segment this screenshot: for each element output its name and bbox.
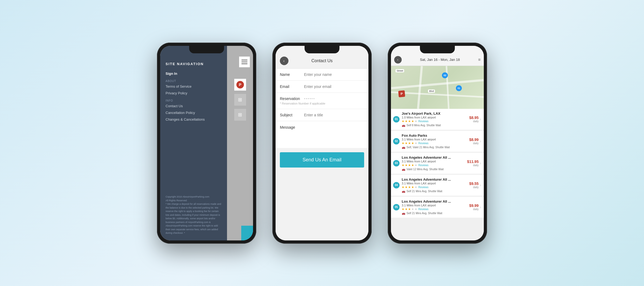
email-label: Email (280, 84, 304, 89)
reviews-link[interactable]: Reviews (418, 164, 429, 167)
result-distance: 1.0 Miles from LAX airport (402, 116, 469, 119)
map-label-street2: Blvd (428, 90, 435, 93)
result-item-2[interactable]: 02 Fox Auto Parks 3.1 Miles from LAX air… (391, 131, 484, 152)
price-unit: daily (469, 120, 479, 123)
result-info: Los Angeles Adventurer All ... 3.1 Miles… (402, 177, 469, 193)
result-item-5[interactable]: 05 Los Angeles Adventurer All ... 3.1 Mi… (391, 197, 484, 218)
contact-screen: ‹ Contact Us Name Email Reservation ••••… (276, 46, 368, 240)
filter-icon[interactable]: ≡ (478, 57, 481, 62)
result-item-1[interactable]: 01 Joe's Airport Park, LAX 1.0 Miles fro… (391, 109, 484, 130)
result-name: Los Angeles Adventurer All ... (402, 199, 469, 203)
star-full: ★ (402, 142, 404, 145)
result-tags: 🚗 Self 21 Mins Avg. Shuttle Wait (402, 190, 469, 193)
result-stars: ★★★★★ Reviews (402, 185, 469, 189)
star-full: ★ (408, 164, 411, 167)
map-area: 02 01 P Street Blvd (391, 66, 484, 109)
map-pin-01: 01 (456, 85, 462, 91)
nav-sign-in[interactable]: Sign In (166, 70, 222, 77)
star-empty: ★ (415, 120, 417, 123)
car-icon: 🚗 (402, 168, 405, 171)
name-row: Name (276, 69, 368, 81)
notch-2 (305, 46, 339, 53)
nav-privacy[interactable]: Privacy Policy (166, 90, 222, 96)
name-label: Name (280, 72, 304, 77)
result-tag-text: Self, Valet 21 Mins Avg. Shuttle Wait (407, 146, 450, 149)
star-full: ★ (405, 142, 408, 145)
result-tag-text: Self 8 Mins Avg. Shuttle Wait (407, 124, 441, 127)
contact-title: Contact Us (311, 58, 332, 63)
hamburger-line-3 (241, 64, 247, 64)
price-value: $9.55 (469, 181, 479, 186)
result-tag-text: Self 21 Mins Avg. Shuttle Wait (407, 190, 442, 193)
chevron-right-icon: › (480, 139, 481, 144)
result-item-4[interactable]: 04 Los Angeles Adventurer All ... 3.1 Mi… (391, 175, 484, 196)
reviews-link[interactable]: Reviews (418, 208, 429, 211)
back-chevron-icon: ‹ (283, 59, 285, 63)
map-label-street1: Street (396, 69, 404, 72)
result-tags: 🚗 Valet 12 Mins Avg. Shuttle Wait (402, 168, 467, 171)
notch-1 (189, 46, 224, 53)
calendar-icon-2: ⊞ (234, 109, 246, 121)
nav-contact[interactable]: Contact Us (166, 103, 222, 109)
result-distance: 3.1 Miles from LAX airport (402, 138, 469, 141)
phone-3: ‹ Sat, Jan 16 - Mon, Jan 18 ≡ 02 01 P St… (388, 43, 487, 244)
reviews-link[interactable]: Reviews (418, 120, 429, 123)
star-full: ★ (405, 164, 408, 167)
results-list: 01 Joe's Airport Park, LAX 1.0 Miles fro… (391, 109, 484, 240)
reservation-mask: •••••• (304, 96, 315, 101)
star-full: ★ (408, 185, 411, 189)
star-empty: ★ (415, 142, 417, 145)
car-icon: 🚗 (402, 211, 405, 215)
subject-row: Subject (276, 109, 368, 121)
nav-left-panel: SITE NAVIGATION Sign In ABOUT Terms of S… (160, 46, 227, 240)
result-info: Los Angeles Adventurer All ... 3.1 Miles… (402, 155, 467, 171)
result-number: 01 (393, 116, 400, 122)
nav-footer: Copyright 2016 AboutAirportParking.com A… (166, 195, 222, 235)
parking-icon: P (234, 79, 246, 91)
send-email-button[interactable]: Send Us An Email (280, 152, 364, 168)
reservation-top: Reservation •••••• (280, 96, 364, 101)
subject-input[interactable] (304, 113, 364, 117)
result-tags: 🚗 Self 8 Mins Avg. Shuttle Wait (402, 124, 469, 127)
result-name: Los Angeles Adventurer All ... (402, 177, 469, 181)
chevron-right-icon: › (480, 183, 481, 188)
results-screen: ‹ Sat, Jan 16 - Mon, Jan 18 ≡ 02 01 P St… (391, 46, 484, 240)
reservation-row: Reservation •••••• * Reservation Number … (276, 93, 368, 109)
hamburger-button[interactable] (239, 57, 250, 67)
result-number: 04 (393, 182, 400, 188)
name-input[interactable] (304, 72, 364, 77)
nav-terms[interactable]: Terms of Service (166, 83, 222, 90)
nav-changes[interactable]: Changes & Cancellations (166, 116, 222, 123)
car-icon: 🚗 (402, 146, 405, 149)
star-empty: ★ (415, 164, 417, 167)
result-info: Los Angeles Adventurer All ... 3.1 Miles… (402, 199, 469, 215)
result-name: Joe's Airport Park, LAX (402, 112, 469, 116)
star-full: ★ (402, 207, 404, 211)
star-full: ★ (405, 185, 408, 189)
contact-back-button[interactable]: ‹ (280, 57, 288, 65)
result-stars: ★★★★★ Reviews (402, 142, 469, 145)
result-number: 05 (393, 204, 400, 210)
map-road-h1 (391, 79, 484, 89)
results-back-icon: ‹ (397, 58, 398, 62)
star-half: ★ (411, 185, 414, 189)
result-distance: 3.1 Miles from LAX airport (402, 160, 467, 163)
car-icon: 🚗 (402, 124, 405, 127)
reviews-link[interactable]: Reviews (418, 142, 429, 145)
price-unit: daily (469, 208, 479, 211)
nav-right-panel: P ⊞ ⊞ (227, 46, 253, 240)
star-empty: ★ (411, 207, 414, 211)
chevron-right-icon: › (480, 161, 481, 166)
price-value: $8.99 (469, 138, 479, 142)
map-pin-red: P (398, 90, 405, 97)
results-back-button[interactable]: ‹ (394, 56, 402, 64)
phone-2: ‹ Contact Us Name Email Reservation ••••… (272, 43, 372, 244)
nav-screen: SITE NAVIGATION Sign In ABOUT Terms of S… (160, 46, 253, 240)
result-price: $9.55 daily (469, 181, 479, 189)
result-item-3[interactable]: 03 Los Angeles Adventurer All ... 3.1 Mi… (391, 153, 484, 174)
reviews-link[interactable]: Reviews (418, 186, 429, 189)
email-input[interactable] (304, 84, 364, 89)
hamburger-line-1 (241, 60, 247, 60)
nav-cancellation[interactable]: Cancellation Policy (166, 109, 222, 116)
teal-accent-block (241, 226, 253, 240)
